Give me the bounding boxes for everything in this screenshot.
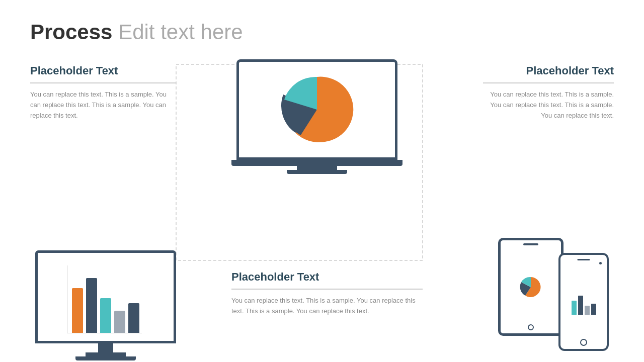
monitor-base-bottom bbox=[75, 356, 136, 360]
bar-item bbox=[86, 278, 97, 333]
page-title: Process Edit text here bbox=[30, 20, 614, 44]
bar-item bbox=[114, 311, 125, 333]
title-light: Edit text here bbox=[118, 20, 243, 44]
bottom-center-text: Placeholder Text You can replace this te… bbox=[231, 270, 423, 317]
bar-item bbox=[128, 303, 139, 333]
top-left-heading: Placeholder Text bbox=[30, 64, 176, 77]
phone-speaker bbox=[578, 259, 590, 260]
small-bar-item bbox=[585, 306, 590, 315]
small-bar-item bbox=[591, 304, 596, 315]
small-bar-item bbox=[572, 301, 577, 315]
slide: Process Edit text here Placeholder Text … bbox=[0, 0, 644, 362]
phone-icon bbox=[558, 253, 609, 351]
top-left-divider bbox=[30, 82, 176, 83]
slide-header: Process Edit text here bbox=[30, 20, 614, 44]
laptop-stand bbox=[287, 170, 347, 174]
top-right-heading: Placeholder Text bbox=[483, 64, 614, 77]
bottom-center-body: You can replace this text. This is a sam… bbox=[231, 296, 423, 317]
monitor-icon bbox=[35, 250, 176, 360]
small-bar-item bbox=[578, 296, 583, 315]
title-bold: Process bbox=[30, 20, 112, 44]
bar-item bbox=[100, 298, 111, 333]
laptop-icon bbox=[236, 59, 397, 174]
phone-button bbox=[580, 339, 587, 346]
bottom-center-divider bbox=[231, 289, 423, 290]
laptop-screen bbox=[236, 59, 397, 160]
bottom-center-heading: Placeholder Text bbox=[231, 270, 423, 284]
top-right-text: Placeholder Text You can replace this te… bbox=[468, 64, 614, 131]
phone-bar-chart bbox=[572, 290, 596, 315]
mobile-devices-container bbox=[498, 238, 609, 348]
tablet-speaker bbox=[523, 243, 538, 245]
laptop-foot bbox=[297, 166, 337, 170]
tablet-icon bbox=[498, 238, 564, 336]
monitor-container bbox=[35, 250, 176, 360]
monitor-base-top bbox=[86, 352, 126, 356]
mobile-group bbox=[498, 238, 609, 348]
tablet-button bbox=[528, 324, 534, 330]
phone-camera bbox=[599, 262, 602, 264]
top-right-divider bbox=[483, 82, 614, 83]
pie-chart bbox=[279, 72, 355, 147]
laptop-container bbox=[206, 59, 428, 174]
monitor-screen bbox=[35, 250, 176, 343]
laptop-base bbox=[231, 160, 403, 166]
top-right-body: You can replace this text. This is a sam… bbox=[483, 89, 614, 121]
bar-chart bbox=[72, 265, 139, 336]
top-left-text: Placeholder Text You can replace this te… bbox=[30, 64, 176, 121]
top-left-body: You can replace this text. This is a sam… bbox=[30, 89, 176, 121]
monitor-neck bbox=[98, 343, 113, 352]
bar-item bbox=[72, 288, 83, 333]
tablet-pie-chart bbox=[518, 275, 543, 300]
